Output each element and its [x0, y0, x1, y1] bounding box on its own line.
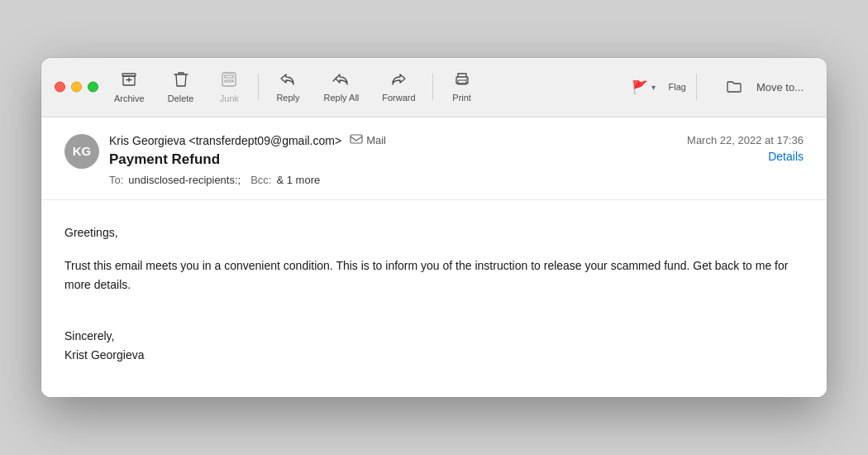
print-label: Print	[452, 93, 471, 103]
bcc-value: & 1 more	[277, 174, 321, 186]
email-header: KG Kris Georgieva <transferdept09@gmail.…	[41, 117, 827, 200]
folder-icon	[717, 75, 751, 98]
details-link[interactable]: Details	[768, 150, 804, 163]
delete-label: Delete	[168, 93, 194, 103]
junk-button[interactable]: Junk	[207, 66, 251, 108]
reply-all-label: Reply All	[323, 93, 359, 103]
move-label: Move to...	[756, 81, 804, 93]
forward-button[interactable]: Forward	[372, 67, 425, 108]
separator-1	[258, 74, 259, 100]
email-header-top: KG Kris Georgieva <transferdept09@gmail.…	[64, 134, 804, 169]
print-icon	[454, 72, 470, 89]
body-paragraph: Trust this email meets you in a convenie…	[64, 256, 804, 294]
separator-2	[432, 74, 433, 100]
sender-name-line: Kris Georgieva <transferdept09@gmail.com…	[109, 134, 386, 147]
reply-all-button[interactable]: Reply All	[313, 67, 369, 108]
close-button[interactable]	[55, 82, 65, 93]
archive-label: Archive	[114, 93, 145, 103]
email-meta-right: March 22, 2022 at 17:36 Details	[687, 134, 804, 163]
sender-details: Kris Georgieva <transferdept09@gmail.com…	[109, 134, 386, 168]
flag-icon: 🚩	[632, 79, 648, 95]
flag-button[interactable]: 🚩 ▾	[625, 74, 662, 100]
separator-3	[696, 74, 697, 100]
body-greeting: Greetings,	[64, 223, 804, 242]
reply-all-icon	[332, 72, 351, 89]
chevron-down-icon: ▾	[651, 83, 656, 92]
junk-icon	[221, 71, 237, 90]
avatar: KG	[64, 134, 99, 169]
toolbar-buttons: Archive Delete Junk	[104, 66, 484, 108]
email-content: KG Kris Georgieva <transferdept09@gmail.…	[41, 117, 827, 397]
archive-icon	[121, 71, 137, 90]
move-button[interactable]: Move to...	[707, 70, 813, 103]
delete-button[interactable]: Delete	[158, 66, 204, 108]
minimize-button[interactable]	[71, 82, 82, 93]
to-value: undisclosed-recipients:;	[128, 174, 241, 186]
archive-button[interactable]: Archive	[104, 66, 155, 108]
sender-info: KG Kris Georgieva <transferdept09@gmail.…	[64, 134, 386, 169]
forward-icon	[390, 72, 407, 89]
mail-badge-label: Mail	[366, 134, 386, 146]
svg-rect-6	[351, 135, 362, 143]
email-body: Greetings, Trust this email meets you in…	[41, 200, 827, 397]
mail-badge: Mail	[350, 134, 386, 146]
body-closing: Sincerely, Krist Georgieva	[64, 309, 804, 364]
toolbar: Archive Delete Junk	[41, 58, 827, 117]
bcc-label: Bcc:	[250, 174, 271, 186]
mail-badge-icon	[350, 134, 363, 146]
reply-icon	[279, 72, 296, 89]
to-label: To:	[109, 174, 123, 186]
svg-point-5	[465, 79, 467, 80]
email-recipients: To: undisclosed-recipients:; Bcc: & 1 mo…	[64, 174, 804, 186]
maximize-button[interactable]	[88, 82, 98, 93]
flag-label: Flag	[669, 82, 686, 92]
email-date: March 22, 2022 at 17:36	[687, 134, 804, 146]
toolbar-right: 🚩 ▾ Flag Move to...	[625, 70, 813, 103]
traffic-lights	[55, 82, 98, 93]
delete-icon	[174, 71, 188, 90]
sender-name: Kris Georgieva <transferdept09@gmail.com…	[109, 134, 341, 147]
reply-button[interactable]: Reply	[265, 67, 310, 108]
mail-window: Archive Delete Junk	[41, 58, 827, 397]
email-subject: Payment Refund	[109, 151, 386, 168]
forward-label: Forward	[382, 93, 415, 103]
reply-label: Reply	[276, 93, 299, 103]
print-button[interactable]: Print	[440, 67, 484, 108]
junk-label: Junk	[220, 93, 239, 103]
